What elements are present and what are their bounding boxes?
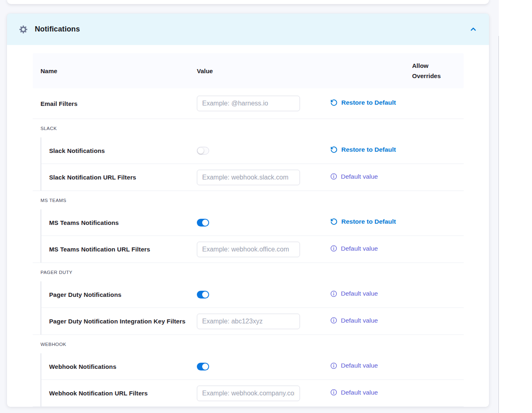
restore-to-default-link[interactable]: Restore to Default xyxy=(330,218,396,225)
default-value-indicator: Default value xyxy=(330,389,378,396)
setting-row: Slack Notification URL FiltersDefault va… xyxy=(41,164,464,191)
previous-section-card-edge xyxy=(7,0,489,4)
toggle-knob xyxy=(198,148,204,154)
setting-action-cell: Default value xyxy=(330,290,412,299)
setting-value-cell xyxy=(197,96,330,111)
setting-action-cell: Default value xyxy=(330,362,412,371)
default-value-indicator: Default value xyxy=(330,290,378,297)
restore-to-default-link[interactable]: Restore to Default xyxy=(330,99,396,106)
column-header-name: Name xyxy=(33,67,197,74)
info-icon[interactable] xyxy=(330,362,337,369)
info-icon[interactable] xyxy=(330,173,337,180)
setting-value-cell xyxy=(197,291,330,299)
setting-value-cell xyxy=(197,170,330,185)
setting-label: Email Filters xyxy=(33,100,197,107)
vertical-divider xyxy=(498,36,499,413)
settings-group: Slack NotificationsRestore to DefaultSla… xyxy=(33,137,464,191)
default-value-indicator: Default value xyxy=(330,245,378,252)
setting-row: MS Teams NotificationsRestore to Default xyxy=(41,209,464,236)
default-value-indicator: Default value xyxy=(330,173,378,180)
setting-value-cell xyxy=(197,242,330,257)
group-label: PAGER DUTY xyxy=(33,263,464,281)
setting-label: Webhook Notifications xyxy=(41,363,197,370)
column-header-value: Value xyxy=(197,67,330,74)
setting-action-cell: Default value xyxy=(330,389,412,398)
notifications-settings-card: Notifications Name Value Allow Overrides… xyxy=(7,13,489,407)
toggle-on[interactable] xyxy=(197,219,209,227)
setting-label: Slack Notifications xyxy=(41,147,197,154)
setting-row: Pager Duty Notification Integration Key … xyxy=(41,308,464,334)
toggle-knob xyxy=(202,364,208,370)
settings-rows: Email FiltersRestore to DefaultSLACKSlac… xyxy=(33,88,464,407)
setting-action-cell: Default value xyxy=(330,317,412,326)
setting-action-cell: Restore to Default xyxy=(330,146,412,155)
setting-value-cell xyxy=(197,147,330,155)
info-icon[interactable] xyxy=(330,245,337,252)
gear-icon xyxy=(19,25,28,34)
setting-value-cell xyxy=(197,386,330,401)
settings-group: Pager Duty NotificationsDefault valuePag… xyxy=(33,281,464,335)
info-icon[interactable] xyxy=(330,389,337,396)
setting-label: Pager Duty Notification Integration Key … xyxy=(41,318,197,325)
setting-row: Slack NotificationsRestore to Default xyxy=(41,137,464,164)
setting-input[interactable] xyxy=(197,314,300,329)
restore-to-default-link[interactable]: Restore to Default xyxy=(330,146,396,153)
column-header-allow-overrides: Allow Overrides xyxy=(412,61,464,81)
setting-label: Pager Duty Notifications xyxy=(41,291,197,298)
right-panel-background xyxy=(499,0,532,413)
setting-value-cell xyxy=(197,219,330,227)
notifications-section-header[interactable]: Notifications xyxy=(7,13,489,45)
toggle-on[interactable] xyxy=(197,363,209,370)
setting-label: Webhook Notification URL Filters xyxy=(41,390,197,397)
setting-row: Pager Duty NotificationsDefault value xyxy=(41,281,464,308)
settings-table: Name Value Allow Overrides Email Filters… xyxy=(33,53,464,407)
section-title: Notifications xyxy=(35,25,80,34)
setting-label: MS Teams Notifications xyxy=(41,219,197,226)
restore-icon xyxy=(330,146,338,153)
default-value-indicator: Default value xyxy=(330,317,378,324)
toggle-knob xyxy=(202,220,208,226)
settings-group: MS Teams NotificationsRestore to Default… xyxy=(33,209,464,263)
table-header-row: Name Value Allow Overrides xyxy=(33,53,464,88)
setting-row: Email FiltersRestore to Default xyxy=(33,88,464,119)
chevron-up-icon[interactable] xyxy=(470,26,477,33)
settings-group: Email FiltersRestore to Default xyxy=(33,88,464,119)
toggle-knob xyxy=(202,292,208,298)
group-label: WEBHOOK xyxy=(33,335,464,353)
restore-icon xyxy=(330,218,338,225)
toggle-on[interactable] xyxy=(197,291,209,299)
setting-input[interactable] xyxy=(197,170,300,185)
setting-input[interactable] xyxy=(197,96,300,111)
group-label: SLACK xyxy=(33,119,464,137)
setting-label: MS Teams Notification URL Filters xyxy=(41,246,197,253)
setting-input[interactable] xyxy=(197,386,300,401)
setting-row: Webhook NotificationsDefault value xyxy=(41,353,464,380)
default-value-indicator: Default value xyxy=(330,362,378,369)
toggle-off[interactable] xyxy=(197,147,209,155)
setting-input[interactable] xyxy=(197,242,300,257)
setting-value-cell xyxy=(197,314,330,329)
setting-action-cell: Default value xyxy=(330,245,412,254)
setting-value-cell xyxy=(197,363,330,370)
info-icon[interactable] xyxy=(330,317,337,324)
info-icon[interactable] xyxy=(330,290,337,297)
restore-icon xyxy=(330,99,338,106)
group-label: MS TEAMS xyxy=(33,191,464,209)
setting-action-cell: Restore to Default xyxy=(330,218,412,227)
setting-action-cell: Restore to Default xyxy=(330,99,412,108)
setting-action-cell: Default value xyxy=(330,173,412,182)
setting-label: Slack Notification URL Filters xyxy=(41,174,197,181)
setting-row: MS Teams Notification URL FiltersDefault… xyxy=(41,236,464,263)
settings-group: Webhook NotificationsDefault valueWebhoo… xyxy=(33,353,464,407)
setting-row: Webhook Notification URL FiltersDefault … xyxy=(41,380,464,406)
